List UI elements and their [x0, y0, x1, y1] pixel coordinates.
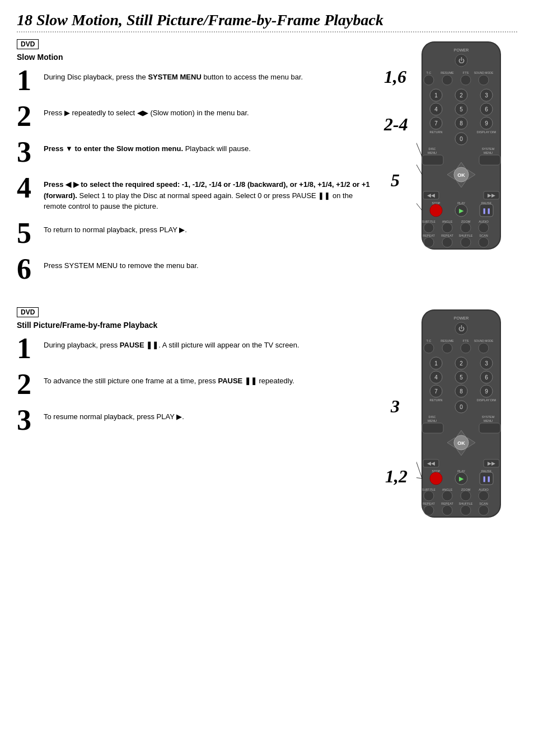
- step-text-1-3: Press ▼ to enter the Slow motion menu. P…: [44, 138, 251, 154]
- svg-point-131: [430, 472, 442, 485]
- svg-point-152: [479, 505, 489, 515]
- svg-point-74: [479, 237, 489, 247]
- svg-text:MENU: MENU: [484, 419, 493, 422]
- svg-text:4: 4: [434, 106, 438, 112]
- svg-text:SHUFFLE: SHUFFLE: [458, 234, 472, 237]
- section1-layout: DVD Slow Motion 1 During Disc playback, …: [17, 39, 517, 290]
- svg-text:4: 4: [434, 374, 438, 381]
- svg-text:SHUFFLE: SHUFFLE: [458, 502, 472, 505]
- svg-text:SCAN: SCAN: [479, 234, 488, 237]
- svg-text:RESUME: RESUME: [441, 339, 454, 342]
- svg-text:SYSTEM: SYSTEM: [482, 147, 495, 151]
- svg-point-10: [461, 75, 471, 85]
- svg-point-11: [479, 75, 489, 85]
- svg-text:6: 6: [485, 106, 488, 112]
- svg-text:◀◀: ◀◀: [427, 192, 435, 198]
- svg-line-153: [416, 405, 422, 478]
- step-1-5: 5 To return to normal playback, press PL…: [17, 219, 377, 248]
- svg-text:RETURN: RETURN: [430, 130, 443, 134]
- svg-text:7: 7: [434, 120, 438, 126]
- step-num-1-1: 1: [17, 66, 39, 95]
- svg-point-8: [424, 75, 434, 85]
- svg-point-9: [442, 75, 452, 85]
- svg-point-71: [424, 237, 434, 247]
- instructions-col-1: DVD Slow Motion 1 During Disc playback, …: [17, 39, 377, 290]
- svg-line-77: [416, 179, 422, 210]
- callout2-12: 1,2: [385, 467, 407, 486]
- step-text-1-4: Press ◀ ▶ to select the required speed: …: [44, 173, 377, 212]
- step-num-1-6: 6: [17, 255, 39, 284]
- callout-1-6: 1,6: [384, 67, 406, 87]
- callout2-3: 3: [391, 397, 400, 416]
- step-2-2: 2 To advance the still picture one frame…: [17, 370, 377, 399]
- step-1-6: 6 Press SYSTEM MENU to remove the menu b…: [17, 255, 377, 284]
- remote-1: POWER ⏻ T-C RESUME FTS SOUND MODE 1 2: [416, 39, 517, 253]
- svg-point-86: [424, 343, 434, 353]
- svg-text:MENU: MENU: [428, 151, 437, 154]
- svg-text:▶: ▶: [459, 475, 464, 482]
- svg-point-143: [479, 491, 489, 501]
- svg-text:MENU: MENU: [484, 151, 493, 154]
- svg-text:DISC: DISC: [428, 415, 435, 419]
- svg-point-87: [442, 343, 452, 353]
- svg-text:◀◀: ◀◀: [427, 461, 435, 466]
- svg-text:0: 0: [460, 404, 463, 410]
- svg-text:❚❚: ❚❚: [482, 208, 491, 214]
- svg-text:▶▶: ▶▶: [488, 461, 495, 466]
- step-1-3: 3 Press ▼ to enter the Slow motion menu.…: [17, 138, 377, 167]
- remote-col-1: 1,6 2-4 5 POWER ⏻ T-C RESUME FTS SOUND M…: [383, 39, 517, 253]
- svg-text:⏻: ⏻: [458, 57, 465, 64]
- svg-text:SOUND MODE: SOUND MODE: [474, 71, 494, 74]
- svg-text:OK: OK: [457, 440, 465, 446]
- svg-text:SCAN: SCAN: [479, 502, 488, 505]
- svg-text:REPEAT: REPEAT: [441, 502, 453, 505]
- step-2-1: 1 During playback, press PAUSE ❚❚. A sti…: [17, 334, 377, 363]
- step-text-1-1: During Disc playback, press the SYSTEM M…: [44, 66, 303, 83]
- callout-5: 5: [391, 171, 400, 190]
- svg-text:1: 1: [434, 92, 438, 98]
- svg-point-53: [430, 204, 442, 217]
- step-num-2-1: 1: [17, 334, 39, 363]
- step-num-1-2: 2: [17, 102, 39, 131]
- step-1-4: 4 Press ◀ ▶ to select the required speed…: [17, 173, 377, 212]
- svg-text:DISC: DISC: [428, 147, 435, 151]
- svg-rect-117: [479, 423, 500, 433]
- svg-text:T-C: T-C: [427, 339, 432, 342]
- step-num-1-3: 3: [17, 138, 39, 167]
- svg-text:MENU: MENU: [428, 419, 437, 422]
- svg-text:0: 0: [460, 136, 463, 142]
- svg-point-142: [461, 491, 471, 501]
- step-num-2-2: 2: [17, 370, 39, 399]
- svg-text:8: 8: [460, 120, 463, 126]
- svg-text:9: 9: [485, 120, 488, 126]
- svg-point-150: [442, 505, 452, 515]
- svg-point-63: [442, 223, 452, 233]
- step-1-2: 2 Press ▶ repeatedly to select ◀▶ (Slow …: [17, 102, 377, 131]
- step-text-1-5: To return to normal playback, press PLAY…: [44, 219, 187, 236]
- svg-text:REPEAT: REPEAT: [423, 502, 435, 505]
- section2-title: Still Picture/Frame-by-frame Playback: [17, 321, 377, 330]
- svg-text:5: 5: [460, 374, 463, 381]
- dvd-badge-1: DVD: [17, 39, 39, 49]
- svg-rect-38: [422, 155, 443, 165]
- page-title: 18 Slow Motion, Still Picture/Frame-by-F…: [17, 11, 517, 29]
- svg-text:⏻: ⏻: [458, 325, 465, 332]
- svg-point-89: [479, 343, 489, 353]
- svg-text:RETURN: RETURN: [430, 398, 443, 402]
- instructions-col-2: DVD Still Picture/Frame-by-frame Playbac…: [17, 307, 377, 442]
- svg-point-141: [442, 491, 452, 501]
- step-text-1-2: Press ▶ repeatedly to select ◀▶ (Slow mo…: [44, 102, 249, 119]
- svg-line-76: [416, 120, 422, 175]
- svg-text:▶: ▶: [459, 207, 464, 214]
- svg-text:OK: OK: [457, 172, 465, 178]
- step-num-1-5: 5: [17, 219, 39, 248]
- step-2-3: 3 To resume normal playback, press PLAY …: [17, 406, 377, 435]
- svg-text:5: 5: [460, 106, 463, 112]
- svg-point-88: [461, 343, 471, 353]
- svg-text:7: 7: [434, 388, 438, 395]
- svg-text:3: 3: [485, 360, 488, 367]
- svg-text:6: 6: [485, 374, 488, 381]
- step-num-1-4: 4: [17, 173, 39, 203]
- svg-point-64: [461, 223, 471, 233]
- svg-point-65: [479, 223, 489, 233]
